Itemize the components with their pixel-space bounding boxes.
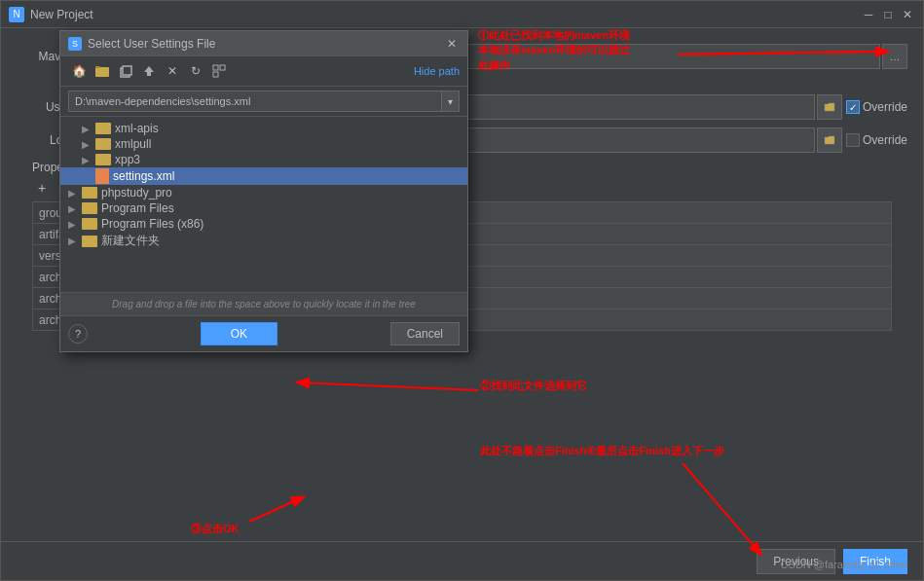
window-icon: N <box>9 7 24 22</box>
dialog-up-button[interactable] <box>138 60 160 82</box>
dialog-footer: ? OK Cancel <box>60 315 467 351</box>
dialog-drop-zone: Drag and drop a file into the space abov… <box>60 292 467 315</box>
dialog-cancel-button[interactable]: Cancel <box>390 322 460 345</box>
local-repo-override-label: Override <box>863 133 907 147</box>
title-bar-controls: ─ □ ✕ <box>861 7 915 22</box>
dialog-path-input[interactable] <box>68 91 442 112</box>
close-button[interactable]: ✕ <box>900 7 915 22</box>
tree-item-phpstudy[interactable]: ▶ phpstudy_pro <box>60 185 467 200</box>
drop-zone-text: Drag and drop a file into the space abov… <box>112 299 416 309</box>
annotation-4: 此处不急着点击Finish④最后点击Finish进入下一步 <box>480 444 724 458</box>
annotation-4-text: 此处不急着点击Finish④最后点击Finish进入下一步 <box>480 445 724 456</box>
dialog-close-button[interactable]: ✕ <box>444 36 460 52</box>
tree-label-settings-xml: settings.xml <box>113 169 174 183</box>
user-settings-override-container: ✓ Override <box>846 100 907 114</box>
tree-item-program-files-x86[interactable]: ▶ Program Files (x86) <box>60 216 467 232</box>
annotation-3-text: ③点击OK <box>191 523 240 534</box>
folder-icon-xmlpull <box>95 138 111 150</box>
properties-add-button[interactable]: + <box>32 178 52 198</box>
svg-rect-5 <box>220 65 225 70</box>
dialog-delete-button[interactable]: ✕ <box>162 60 183 82</box>
annotation-2: ②找到此文件选择到它 <box>480 379 587 393</box>
local-repo-override-checkbox[interactable] <box>846 133 860 147</box>
user-settings-browse-button[interactable] <box>817 94 842 120</box>
tree-item-xmlpull[interactable]: ▶ xmlpull <box>60 136 467 152</box>
dialog-ok-button[interactable]: OK <box>201 322 277 345</box>
svg-rect-1 <box>95 66 100 68</box>
dialog-copy-button[interactable] <box>115 60 136 82</box>
folder-icon-phpstudy <box>82 187 97 199</box>
folder-icon-program-files-x86 <box>82 218 97 230</box>
svg-rect-0 <box>95 67 109 77</box>
tree-label-phpstudy: phpstudy_pro <box>101 186 172 200</box>
minimize-button[interactable]: ─ <box>861 7 876 22</box>
svg-line-10 <box>298 382 478 390</box>
tree-arrow-program-files: ▶ <box>68 203 82 214</box>
tree-item-new-folder[interactable]: ▶ 新建文件夹 <box>60 232 467 250</box>
local-repo-override-container: Override <box>846 133 907 147</box>
title-bar: N New Project ─ □ ✕ <box>1 1 923 28</box>
dialog-title: Select User Settings File <box>88 37 444 51</box>
maximize-button[interactable]: □ <box>880 7 896 22</box>
user-settings-override-label: Override <box>863 100 907 114</box>
tree-label-program-files-x86: Program Files (x86) <box>101 217 203 231</box>
svg-rect-4 <box>213 65 218 70</box>
dialog-toolbar: 🏠 ✕ ↻ Hide path <box>60 56 467 87</box>
file-icon-settings-xml <box>95 168 109 184</box>
tree-label-new-folder: 新建文件夹 <box>101 233 160 249</box>
tree-item-xml-apis[interactable]: ▶ xml-apis <box>60 121 467 136</box>
dialog-expand-button[interactable] <box>208 60 230 82</box>
tree-arrow-xml-apis: ▶ <box>82 124 95 134</box>
folder-icon-new-folder <box>82 236 97 247</box>
tree-arrow-xmlpull: ▶ <box>82 139 95 150</box>
dialog-refresh-button[interactable]: ↻ <box>185 60 206 82</box>
dialog-tree[interactable]: ▶ xml-apis ▶ xmlpull ▶ xpp3 ▶ settings. <box>60 117 467 292</box>
svg-line-11 <box>249 497 303 522</box>
user-settings-override-checkbox[interactable]: ✓ <box>846 100 860 114</box>
window-title: New Project <box>30 8 861 21</box>
tree-arrow-phpstudy: ▶ <box>68 188 82 199</box>
tree-item-program-files[interactable]: ▶ Program Files <box>60 200 467 216</box>
dialog-icon: S <box>68 37 82 51</box>
dialog-home-button[interactable]: 🏠 <box>68 60 90 82</box>
tree-item-settings-xml[interactable]: ▶ settings.xml <box>60 167 467 185</box>
dialog-help-button[interactable]: ? <box>68 324 88 344</box>
svg-rect-3 <box>123 66 131 75</box>
dialog-title-bar: S Select User Settings File ✕ <box>60 31 467 56</box>
folder-icon-xml-apis <box>95 123 111 134</box>
watermark: CSDN @faramita_of_mine <box>781 559 907 570</box>
folder-icon-program-files <box>82 202 97 214</box>
annotation-2-text: ②找到此文件选择到它 <box>480 380 587 391</box>
select-settings-dialog: S Select User Settings File ✕ 🏠 ✕ ↻ Hide… <box>59 30 468 352</box>
dialog-path-dropdown[interactable]: ▾ <box>442 91 460 112</box>
svg-rect-6 <box>213 72 218 77</box>
dialog-hide-path-button[interactable]: Hide path <box>414 65 460 77</box>
tree-label-xml-apis: xml-apis <box>115 122 159 135</box>
tree-arrow-new-folder: ▶ <box>68 236 82 246</box>
tree-label-xpp3: xpp3 <box>115 153 140 166</box>
dialog-path-bar: ▾ <box>60 87 467 117</box>
tree-label-xmlpull: xmlpull <box>115 137 151 151</box>
annotation-3: ③点击OK <box>191 522 240 536</box>
main-window: N New Project ─ □ ✕ Maven home path: … (… <box>0 0 924 581</box>
tree-arrow-xpp3: ▶ <box>82 155 95 165</box>
tree-label-program-files: Program Files <box>101 201 174 215</box>
local-repo-browse-button[interactable] <box>817 127 842 153</box>
maven-home-browse-button[interactable]: … <box>882 44 907 69</box>
folder-icon-xpp3 <box>95 154 111 165</box>
tree-item-xpp3[interactable]: ▶ xpp3 <box>60 152 467 167</box>
tree-arrow-program-files-x86: ▶ <box>68 219 82 230</box>
dialog-new-folder-button[interactable] <box>92 60 113 82</box>
